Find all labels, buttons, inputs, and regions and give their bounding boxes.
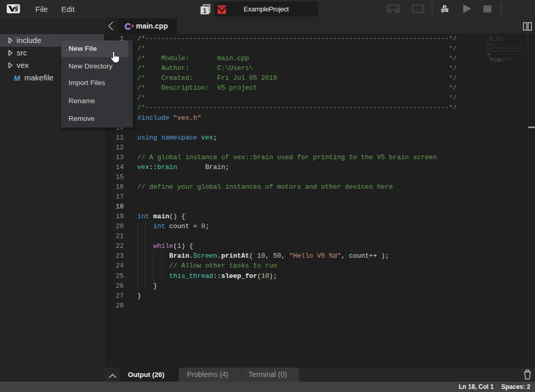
svg-text:M: M [14,74,21,82]
svg-text:1: 1 [203,7,207,15]
